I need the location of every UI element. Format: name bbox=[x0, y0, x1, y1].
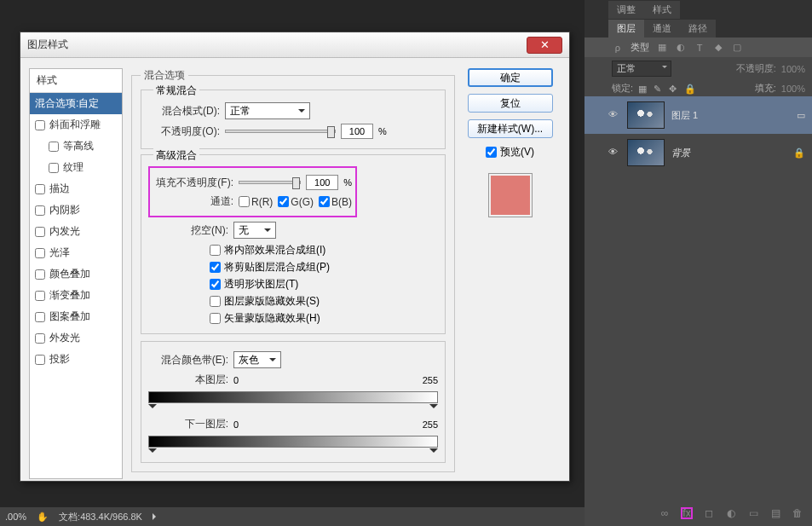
adjustment-icon[interactable]: ◐ bbox=[725, 507, 737, 519]
blend-if-under-gradient[interactable] bbox=[148, 436, 438, 448]
filter-kind-label: ρ bbox=[612, 42, 624, 54]
sidebar-item-innershadow[interactable]: 内阴影 bbox=[30, 199, 122, 221]
fx-icon[interactable]: fx bbox=[681, 507, 693, 519]
layer-row-bg[interactable]: 背景 🔒 bbox=[585, 134, 812, 171]
preview-toggle[interactable]: 预览(V) bbox=[486, 145, 534, 159]
cb-coloroverlay[interactable] bbox=[35, 269, 45, 280]
cb-contour[interactable] bbox=[49, 142, 59, 152]
sidebar-item-blend-options[interactable]: 混合选项:自定 bbox=[30, 93, 122, 114]
panel-tabs-2: 图层 通道 路径 bbox=[585, 19, 812, 38]
slider-fill-opacity[interactable] bbox=[239, 181, 301, 184]
sidebar-header: 样式 bbox=[30, 69, 122, 93]
group-icon[interactable]: ▭ bbox=[747, 507, 759, 519]
dialog-title: 图层样式 bbox=[27, 38, 68, 52]
layers-filter-row: ρ 类型 ▦ ◐ T ◆ ▢ bbox=[585, 38, 812, 57]
sidebar-item-innerglow[interactable]: 内发光 bbox=[30, 221, 122, 242]
opt-blend-clipped[interactable]: 将剪贴图层混合成组(P) bbox=[210, 260, 438, 275]
tab-channels[interactable]: 通道 bbox=[644, 20, 680, 38]
sidebar-item-contour[interactable]: 等高线 bbox=[30, 136, 122, 157]
zoom-level[interactable]: .00% bbox=[5, 512, 26, 522]
sidebar-item-dropshadow[interactable]: 投影 bbox=[30, 349, 122, 370]
panels-right: 调整 样式 图层 通道 路径 ρ 类型 ▦ ◐ T ◆ ▢ 正常 不透明度: 1… bbox=[585, 0, 812, 526]
chevron-right-icon[interactable] bbox=[153, 513, 159, 520]
trash-icon[interactable]: 🗑 bbox=[792, 507, 803, 519]
sidebar-item-patoverlay[interactable]: 图案叠加 bbox=[30, 306, 122, 327]
select-blend-mode[interactable]: 正常 bbox=[225, 102, 310, 119]
label-channels: 通道: bbox=[153, 194, 233, 209]
hand-icon[interactable]: ✋ bbox=[37, 512, 49, 523]
select-knockout[interactable]: 无 bbox=[233, 222, 276, 239]
cb-dropshadow[interactable] bbox=[35, 355, 45, 365]
tab-paths[interactable]: 路径 bbox=[680, 20, 716, 38]
link-icon[interactable]: ∞ bbox=[659, 507, 671, 519]
channel-r[interactable]: R(R) bbox=[239, 196, 273, 208]
opt-blend-interior[interactable]: 将内部效果混合成组(I) bbox=[210, 243, 438, 257]
input-opacity[interactable] bbox=[341, 124, 373, 139]
sidebar-item-coloroverlay[interactable]: 颜色叠加 bbox=[30, 263, 122, 285]
layer-thumbnail[interactable] bbox=[627, 101, 665, 129]
eye-icon[interactable] bbox=[608, 147, 620, 159]
opt-transparency-shapes[interactable]: 透明形状图层(T) bbox=[210, 277, 438, 292]
select-blend-if[interactable]: 灰色 bbox=[233, 351, 281, 368]
cb-bevel[interactable] bbox=[35, 120, 45, 130]
blend-if-under-handles[interactable] bbox=[148, 448, 438, 457]
lock-transparent-icon[interactable]: ▦ bbox=[638, 84, 648, 94]
sidebar-item-satin[interactable]: 光泽 bbox=[30, 242, 122, 263]
value-layer-opacity[interactable]: 100% bbox=[781, 64, 805, 74]
filter-adjust-icon[interactable]: ◐ bbox=[675, 42, 687, 54]
tab-adjustments[interactable]: 调整 bbox=[608, 1, 644, 19]
filter-pixel-icon[interactable]: ▦ bbox=[656, 42, 668, 54]
ok-button[interactable]: 确定 bbox=[468, 68, 553, 87]
blend-if-this-gradient[interactable] bbox=[148, 391, 438, 403]
opt-vector-mask-hides[interactable]: 矢量蒙版隐藏效果(H) bbox=[210, 311, 438, 326]
filter-smart-icon[interactable]: ▢ bbox=[731, 42, 743, 54]
layer-thumbnail[interactable] bbox=[627, 139, 665, 166]
layer-name[interactable]: 图层 1 bbox=[671, 109, 698, 122]
tab-styles[interactable]: 样式 bbox=[644, 1, 680, 19]
blend-if-this-handles[interactable] bbox=[148, 404, 438, 413]
cb-patoverlay[interactable] bbox=[35, 312, 45, 322]
sidebar-item-texture[interactable]: 纹理 bbox=[30, 157, 122, 178]
value-fill[interactable]: 100% bbox=[781, 84, 805, 94]
sidebar-item-stroke[interactable]: 描边 bbox=[30, 178, 122, 199]
channel-b[interactable]: B(B) bbox=[319, 196, 352, 208]
mask-icon[interactable]: ◻ bbox=[703, 507, 715, 519]
lock-move-icon[interactable]: ✥ bbox=[669, 84, 679, 94]
group-blend-if: 混合颜色带(E): 灰色 本图层:0255 下一图层:0255 bbox=[141, 341, 446, 463]
eye-icon[interactable] bbox=[608, 109, 620, 121]
dialog-titlebar[interactable]: 图层样式 ✕ bbox=[20, 32, 569, 58]
sidebar-item-bevel[interactable]: 斜面和浮雕 bbox=[30, 114, 122, 136]
close-button[interactable]: ✕ bbox=[527, 37, 562, 54]
lock-paint-icon[interactable]: ✎ bbox=[654, 84, 664, 94]
slider-opacity[interactable] bbox=[225, 130, 336, 133]
input-fill-opacity[interactable] bbox=[306, 175, 338, 190]
cb-stroke[interactable] bbox=[35, 184, 45, 194]
preview-swatch bbox=[488, 173, 533, 217]
cb-satin[interactable] bbox=[35, 248, 45, 258]
select-layer-kind[interactable]: 类型 bbox=[631, 41, 649, 54]
sidebar-item-gradoverlay[interactable]: 渐变叠加 bbox=[30, 285, 122, 306]
panel-tabs-1: 调整 样式 bbox=[585, 0, 812, 19]
channel-g[interactable]: G(G) bbox=[278, 196, 314, 208]
cb-outerglow[interactable] bbox=[35, 333, 45, 344]
doc-size: 文档:483.4K/966.8K bbox=[59, 511, 142, 523]
filter-type-icon[interactable]: T bbox=[694, 42, 705, 54]
opt-layer-mask-hides[interactable]: 图层蒙版隐藏效果(S) bbox=[210, 294, 438, 309]
slider-thumb[interactable] bbox=[292, 177, 300, 189]
cb-gradoverlay[interactable] bbox=[35, 291, 45, 301]
cb-innershadow[interactable] bbox=[35, 205, 45, 216]
lock-all-icon[interactable]: 🔒 bbox=[684, 84, 694, 94]
new-style-button[interactable]: 新建样式(W)... bbox=[468, 119, 553, 138]
slider-thumb[interactable] bbox=[327, 126, 335, 138]
layer-link-icon[interactable]: ▭ bbox=[797, 110, 805, 121]
filter-shape-icon[interactable]: ◆ bbox=[712, 42, 724, 54]
cb-texture[interactable] bbox=[49, 163, 59, 173]
cb-innerglow[interactable] bbox=[35, 227, 45, 237]
new-layer-icon[interactable]: ▤ bbox=[769, 507, 781, 519]
layer-name[interactable]: 背景 bbox=[671, 147, 690, 159]
sidebar-item-outerglow[interactable]: 外发光 bbox=[30, 327, 122, 349]
layer-row-1[interactable]: 图层 1 ▭ bbox=[585, 96, 812, 134]
reset-button[interactable]: 复位 bbox=[468, 94, 553, 113]
select-layer-blend[interactable]: 正常 bbox=[612, 61, 671, 77]
tab-layers[interactable]: 图层 bbox=[608, 20, 644, 38]
